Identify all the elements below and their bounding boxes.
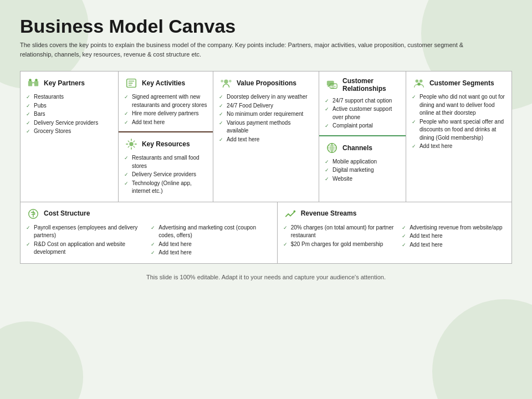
customer-relationships-list: 24/7 support chat option Active customer… xyxy=(325,97,400,130)
cost-list-2: Advertising and marketing cost (coupon c… xyxy=(151,224,271,257)
list-item: Doorstep delivery in any weather xyxy=(219,93,313,101)
svg-point-6 xyxy=(224,80,228,84)
page-wrapper: Business Model Canvas The slides covers … xyxy=(0,0,532,291)
cost-structure-title: Cost Structure xyxy=(44,209,90,217)
page-title: Business Model Canvas xyxy=(20,16,512,37)
key-activities-section: Key Activities Signed agreement with new… xyxy=(119,71,213,132)
list-item: Signed agreement with new restaurants an… xyxy=(124,93,207,109)
channels-title: Channels xyxy=(342,144,372,152)
list-item: Various payment methods available xyxy=(219,119,313,135)
list-item: Add text here xyxy=(151,249,271,257)
list-item: Bars xyxy=(26,110,112,119)
bg-decoration-bl xyxy=(0,321,83,399)
cost-structure-content: Payroll expenses (employees and delivery… xyxy=(26,224,272,258)
list-item: Restaurants and small food stores xyxy=(124,154,207,170)
cost-col-right: Advertising and marketing cost (coupon c… xyxy=(151,224,271,258)
footer-text: This slide is 100% editable. Adapt it to… xyxy=(20,274,512,280)
svg-rect-9 xyxy=(327,81,334,86)
svg-point-16 xyxy=(293,210,295,212)
revenue-streams-content: 20% charges (on total amount) for partne… xyxy=(283,224,506,250)
svg-rect-0 xyxy=(28,81,32,86)
svg-point-3 xyxy=(35,79,38,81)
value-propositions-cell: Value Propositions Doorstep delivery in … xyxy=(213,71,319,202)
list-item: Delivery Service providers xyxy=(124,171,207,179)
page-subtitle: The slides covers the key points to expl… xyxy=(20,40,474,59)
key-activities-header: Key Activities xyxy=(124,77,207,89)
list-item: Add text here xyxy=(402,241,506,249)
svg-point-13 xyxy=(420,80,423,83)
customer-relationships-icon xyxy=(325,79,339,91)
value-propositions-list: Doorstep delivery in any weather 24/7 Fo… xyxy=(219,93,313,144)
revenue-streams-cell: Revenue Streams 20% charges (on total am… xyxy=(278,202,511,263)
list-item: Advertising revenue from website/app xyxy=(402,224,506,232)
list-item: Add text here xyxy=(124,119,207,127)
customer-segments-title: Customer Segments xyxy=(429,79,494,87)
svg-point-5 xyxy=(129,142,133,146)
list-item: Payroll expenses (employees and delivery… xyxy=(26,224,146,240)
bottom-row: Cost Structure Payroll expenses (employe… xyxy=(21,202,511,263)
key-activities-list: Signed agreement with new restaurants an… xyxy=(124,93,207,126)
list-item: Digital marketing xyxy=(325,166,400,175)
rev-col-right: Advertising revenue from website/app Add… xyxy=(402,224,506,250)
revenue-list-1: 20% charges (on total amount) for partne… xyxy=(283,224,398,249)
list-item: 24/7 Food Delivery xyxy=(219,102,313,110)
revenue-streams-icon xyxy=(283,208,298,220)
key-partners-list: Restaurants Pubs Bars Delivery Service p… xyxy=(26,93,112,136)
svg-point-8 xyxy=(229,80,232,83)
customer-segments-cell: Customer Segments People who did not wan… xyxy=(406,71,511,202)
list-item: Mobile application xyxy=(325,158,400,166)
list-item: Grocery Stores xyxy=(26,127,112,136)
cost-structure-cell: Cost Structure Payroll expenses (employe… xyxy=(21,202,278,263)
key-partners-title: Key Partners xyxy=(44,79,85,87)
key-resources-list: Restaurants and small food stores Delive… xyxy=(124,154,207,196)
list-item: Website xyxy=(325,175,400,183)
key-partners-cell: Key Partners Restaurants Pubs Bars Deliv… xyxy=(21,71,119,202)
channels-header: Channels xyxy=(325,142,400,154)
list-item: Add text here xyxy=(219,136,313,144)
list-item: Active customer support over phone xyxy=(325,105,400,121)
customer-relationships-title: Customer Relationships xyxy=(342,77,400,93)
value-propositions-icon xyxy=(219,77,233,89)
svg-point-14 xyxy=(417,83,421,86)
key-resources-section: Key Resources Restaurants and small food… xyxy=(119,132,213,202)
key-partners-icon xyxy=(26,77,40,89)
list-item: Pubs xyxy=(26,102,112,110)
revenue-streams-header: Revenue Streams xyxy=(283,208,506,220)
list-item: Add text here xyxy=(412,142,506,151)
cost-structure-icon xyxy=(26,208,40,220)
svg-point-2 xyxy=(29,79,32,81)
key-resources-icon xyxy=(124,138,139,150)
channels-icon xyxy=(325,142,339,154)
list-item: 24/7 support chat option xyxy=(325,97,400,105)
list-item: $20 Pm charges for gold membership xyxy=(283,241,398,249)
cost-list-1: Payroll expenses (employees and delivery… xyxy=(26,224,146,257)
list-item: Delivery Service providers xyxy=(26,119,112,127)
list-item: No minimum order requirement xyxy=(219,110,313,119)
revenue-streams-title: Revenue Streams xyxy=(301,209,357,217)
top-row: Key Partners Restaurants Pubs Bars Deliv… xyxy=(21,71,511,202)
customer-segments-list: People who did not want go out for dinin… xyxy=(412,93,506,151)
revenue-list-2: Advertising revenue from website/app Add… xyxy=(402,224,506,249)
value-propositions-header: Value Propositions xyxy=(219,77,313,89)
list-item: Technology (Online app, internet etc.) xyxy=(124,180,207,196)
svg-point-7 xyxy=(221,80,223,83)
key-resources-title: Key Resources xyxy=(142,140,190,148)
list-item: R&D Cost on application and website deve… xyxy=(26,241,146,257)
list-item: Hire more delivery partners xyxy=(124,110,207,118)
list-item: People who want special offer and discou… xyxy=(412,118,506,142)
customer-col: Customer Relationships 24/7 support chat… xyxy=(319,71,406,202)
list-item: Add text here xyxy=(402,232,506,241)
cost-structure-header: Cost Structure xyxy=(26,208,272,220)
key-resources-header: Key Resources xyxy=(124,138,207,150)
list-item: Restaurants xyxy=(26,93,112,101)
channels-section: Channels Mobile application Digital mark… xyxy=(319,136,406,202)
customer-relationships-section: Customer Relationships 24/7 support chat… xyxy=(319,71,406,136)
list-item: Advertising and marketing cost (coupon c… xyxy=(151,224,271,240)
svg-rect-1 xyxy=(34,81,38,86)
canvas: Key Partners Restaurants Pubs Bars Deliv… xyxy=(20,71,512,264)
list-item: People who did not want go out for dinin… xyxy=(412,93,506,117)
cost-col-left: Payroll expenses (employees and delivery… xyxy=(26,224,146,258)
list-item: Complaint portal xyxy=(325,122,400,130)
list-item: Add text here xyxy=(151,241,271,249)
activities-col: Key Activities Signed agreement with new… xyxy=(119,71,213,202)
